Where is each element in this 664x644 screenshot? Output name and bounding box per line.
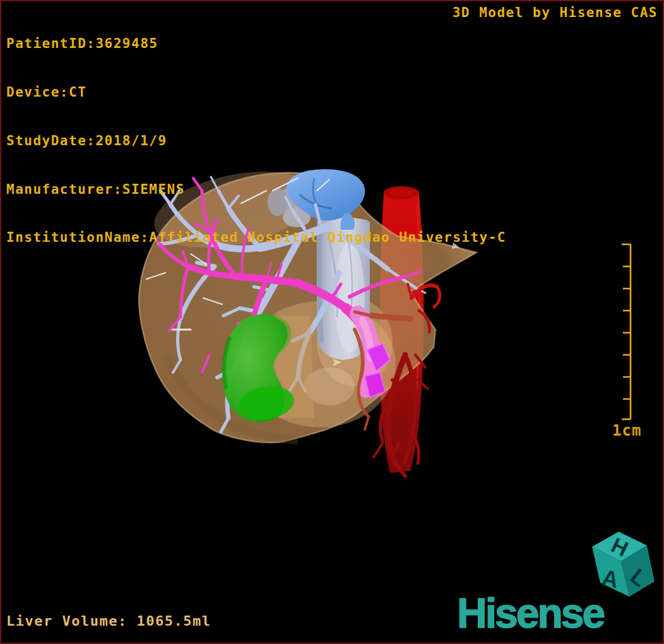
patient-id: PatientID:3629485 — [6, 36, 506, 52]
hisense-wordmark: Hisense — [457, 592, 664, 634]
viewer-canvas[interactable]: PatientID:3629485 Device:CT StudyDate:20… — [0, 0, 664, 644]
scale-ruler-ticks — [606, 241, 644, 431]
patient-info: PatientID:3629485 Device:CT StudyDate:20… — [6, 4, 506, 278]
liver-volume-label: Liver Volume: 1065.5ml — [6, 613, 211, 629]
model-title: 3D Model by Hisense CAS — [453, 5, 658, 20]
manufacturer: Manufacturer:SIEMENS — [6, 182, 506, 198]
scale-ruler-label: 1cm — [612, 422, 641, 439]
study-date: StudyDate:2018/1/9 — [6, 133, 506, 150]
institution-name: InstitutionName:Affiliated Hospital Qing… — [6, 230, 506, 246]
device: Device:CT — [6, 85, 506, 101]
scale-ruler: 1cm — [606, 241, 644, 443]
gallbladder[interactable] — [222, 314, 314, 423]
